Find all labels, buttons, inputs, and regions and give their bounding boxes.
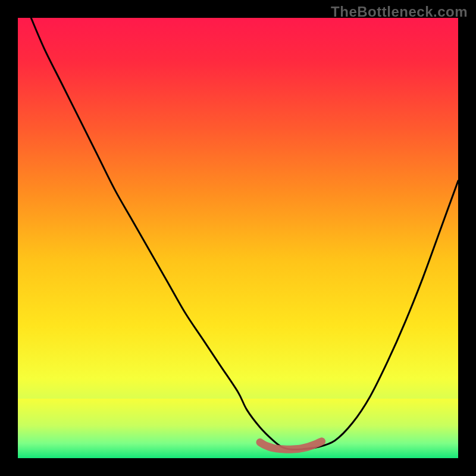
bottleneck-curve bbox=[31, 18, 458, 450]
watermark-text: TheBottleneck.com bbox=[331, 4, 468, 20]
optimal-zone-marker bbox=[260, 441, 322, 449]
chart-frame: TheBottleneck.com bbox=[0, 0, 476, 476]
plot-area bbox=[18, 18, 458, 458]
curve-layer bbox=[18, 18, 458, 458]
